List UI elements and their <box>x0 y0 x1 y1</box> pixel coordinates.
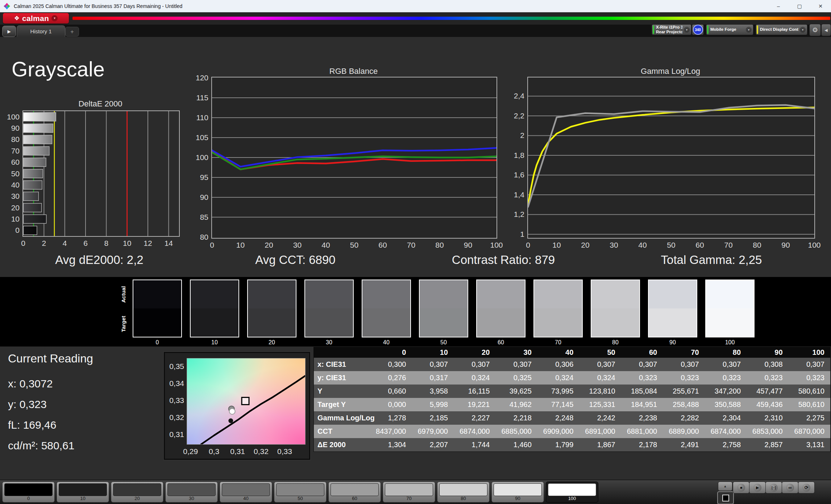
table-cell: 347,200 <box>705 387 747 395</box>
display-dropdown[interactable]: Direct Display Control ▼ <box>756 24 807 35</box>
pattern-button-40[interactable]: 40 <box>220 482 272 503</box>
minimize-button[interactable]: – <box>768 0 789 12</box>
xtick-label: 20 <box>259 241 279 249</box>
table-cell: 0,317 <box>412 374 453 382</box>
pattern-button-30[interactable]: 30 <box>165 482 218 503</box>
source-dropdown[interactable]: Mobile Forge ▼ <box>706 24 753 35</box>
table-row: ΔE 20001,3042,2071,7441,4601,7991,8672,1… <box>314 438 830 452</box>
pattern-button-70[interactable]: 70 <box>383 482 435 503</box>
target-patch <box>477 308 525 337</box>
ytick-label: 95 <box>190 173 208 182</box>
reading-cdm2: cd/m²: 580,61 <box>8 440 74 452</box>
gamma-plot-svg <box>528 77 814 238</box>
xtick-label: 40 <box>316 241 336 249</box>
settings-button[interactable]: ⚙ <box>809 24 821 36</box>
add-tab-button[interactable]: + <box>65 27 79 37</box>
read-series-button[interactable]: [··] <box>765 482 782 494</box>
pattern-button-50[interactable]: 50 <box>274 482 327 503</box>
ytick-label: 100 <box>190 153 208 162</box>
table-cell: 6874,000 <box>705 427 747 436</box>
infinity-icon: ∞ <box>786 484 794 492</box>
swatch-level-label: 40 <box>361 339 412 346</box>
swatch-level-label: 80 <box>590 339 641 346</box>
table-cell: 2,238 <box>621 414 663 422</box>
xtick-label: 100 <box>804 241 824 249</box>
ytick-label: 1,6 <box>506 170 524 180</box>
pattern-button-0[interactable]: 0 <box>2 482 55 503</box>
meter-label: X-Rite i1Pro 3 Rear Projector <box>656 25 682 34</box>
table-cell: 0,306 <box>537 360 579 369</box>
pattern-button-100[interactable]: 100 <box>546 482 598 503</box>
rgb-plot-svg <box>212 77 496 238</box>
window-title: Calman 2025 Calman Ultimate for Business… <box>14 3 182 9</box>
cie-ytick-label: 0,35 <box>167 362 184 371</box>
arrow-left-icon: ◀ <box>824 28 827 33</box>
table-cell: 125,331 <box>579 400 621 409</box>
xtick-label: 0 <box>202 241 222 249</box>
cie-ytick-label: 0,33 <box>167 396 184 405</box>
table-cell: 2,275 <box>789 414 830 422</box>
xtick-label: 40 <box>632 241 653 249</box>
pattern-button-20[interactable]: 20 <box>111 482 163 503</box>
collapse-panel-button[interactable]: ◀ <box>821 24 831 36</box>
ytick-label: 1 <box>506 230 524 239</box>
table-cell: 2,758 <box>705 441 747 449</box>
meter-exposure-badge[interactable]: 340 <box>692 24 704 35</box>
pattern-window-up-button[interactable]: ▲ <box>718 482 732 491</box>
actual-patch <box>248 280 296 308</box>
deltae-ytick-label: 30 <box>1 192 20 201</box>
close-button[interactable]: ✕ <box>810 0 831 12</box>
ytick-label: 1,8 <box>506 151 524 160</box>
meter-dropdown[interactable]: X-Rite i1Pro 3 Rear Projector ▼ <box>652 24 691 35</box>
spectrum-strip <box>72 17 830 20</box>
meter-status-bar <box>653 25 654 34</box>
pattern-button-80[interactable]: 80 <box>437 482 490 503</box>
cie-chart-panel: 0,350,340,330,320,310,290,30,310,320,33 <box>164 352 310 460</box>
actual-patch <box>477 280 525 308</box>
ytick-label: 1,2 <box>506 210 524 219</box>
swatch-level-label: 20 <box>246 339 297 346</box>
deltae-xtick-label: 6 <box>75 239 96 248</box>
rgb-balance-chart: 1201151101051009590858001020304050607080… <box>211 77 497 239</box>
series-measured <box>528 105 814 207</box>
deltae-ytick-label: 10 <box>1 214 20 224</box>
measurement-table: 0102030405060708090100x: CIE310,3000,307… <box>313 347 831 452</box>
table-cell: 123,810 <box>579 387 621 395</box>
pattern-button-60[interactable]: 60 <box>328 482 381 503</box>
table-column-header: 30 <box>495 348 537 357</box>
table-cell: 0,307 <box>663 360 705 369</box>
table-cell: 350,588 <box>705 400 747 409</box>
maximize-button[interactable]: ▢ <box>789 0 810 12</box>
expand-panel-button[interactable]: ▶ <box>2 26 16 37</box>
pattern-swatch <box>494 483 542 496</box>
cie-ytick-label: 0,34 <box>167 379 184 388</box>
table-row-label: x: CIE31 <box>314 360 370 369</box>
swatch-level-label: 10 <box>189 339 240 346</box>
table-cell: 6874,000 <box>454 427 495 436</box>
table-column-header: 60 <box>621 348 663 357</box>
pattern-button-10[interactable]: 10 <box>57 482 109 503</box>
continuous-read-button[interactable]: ∞ <box>782 482 798 494</box>
ytick-label: 120 <box>190 73 208 83</box>
pattern-button-90[interactable]: 90 <box>491 482 544 503</box>
deltae-xtick-label: 12 <box>138 239 158 248</box>
display-status-bar <box>757 25 758 34</box>
stop-button[interactable]: ■ <box>733 482 749 494</box>
pattern-level-label: 40 <box>220 496 272 501</box>
tab-history-1[interactable]: History 1 <box>17 25 65 37</box>
table-cell: 1,744 <box>454 441 495 449</box>
target-patch <box>191 308 238 337</box>
table-cell: 580,610 <box>789 387 830 395</box>
table-cell: 0,307 <box>705 360 747 369</box>
pattern-window-button[interactable] <box>717 491 734 504</box>
table-cell: 457,477 <box>747 387 788 395</box>
deltae-ytick-label: 90 <box>1 123 20 133</box>
cie-svg <box>187 358 305 444</box>
calman-menu-button[interactable]: ❖ calman ▼ <box>3 13 69 24</box>
play-button[interactable]: ▶ <box>749 482 766 494</box>
deltae-ytick-label: 0 <box>1 226 20 235</box>
table-cell: 2,248 <box>537 414 579 422</box>
table-row-label: ΔE 2000 <box>314 441 370 449</box>
xtick-label: 10 <box>547 241 567 249</box>
refresh-button[interactable]: ⟳ <box>798 482 815 494</box>
